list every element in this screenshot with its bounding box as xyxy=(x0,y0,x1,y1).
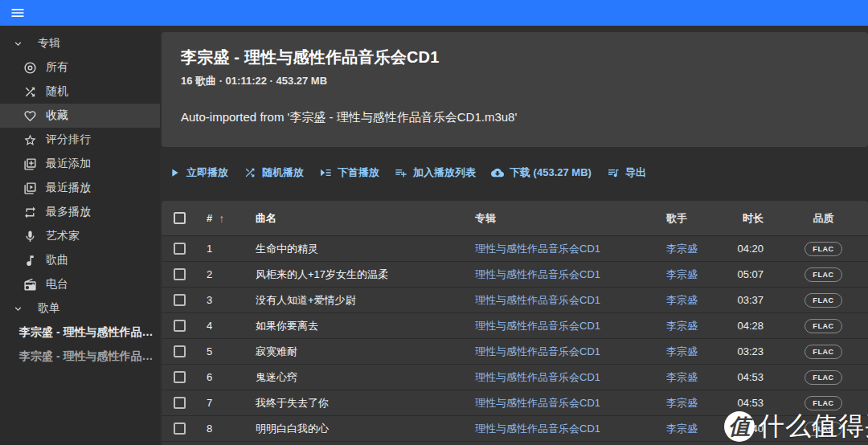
sidebar-item-recently-played[interactable]: 最近播放 xyxy=(0,176,160,200)
track-table-body: 1生命中的精灵理性与感性作品音乐会CD1李宗盛04:20FLAC2风柜来的人+1… xyxy=(162,236,868,442)
row-checkbox[interactable] xyxy=(174,397,186,409)
table-row[interactable]: 8明明白白我的心理性与感性作品音乐会CD1李宗盛04:40FLAC xyxy=(162,416,868,442)
table-row[interactable]: 6鬼迷心窍理性与感性作品音乐会CD1李宗盛04:53FLAC xyxy=(162,365,868,390)
header-quality[interactable]: 品质 xyxy=(779,211,868,226)
sidebar-item-favourites[interactable]: 收藏 xyxy=(0,104,160,128)
sidebar-item-label: 李宗盛 - 理性与感性作品… xyxy=(19,325,153,340)
album-comment: Auto-imported from '李宗盛 - 理性与感性作品音乐会CD1.… xyxy=(181,110,849,125)
artist-link[interactable]: 李宗盛 xyxy=(666,397,698,409)
sidebar-item-label: 随机 xyxy=(46,84,68,99)
play-now-button[interactable]: 立即播放 xyxy=(168,165,228,180)
sidebar-item-songs[interactable]: 歌曲 xyxy=(0,248,160,272)
track-number: 4 xyxy=(197,320,243,332)
table-row[interactable]: 3没有人知道+爱情少尉理性与感性作品音乐会CD1李宗盛03:37FLAC xyxy=(162,288,868,313)
album-actions: 立即播放随机播放下首播放加入播放列表下载 (453.27 MB)导出 xyxy=(168,165,868,181)
album-icon xyxy=(23,61,37,75)
select-all-checkbox[interactable] xyxy=(174,212,186,224)
track-number: 5 xyxy=(197,345,243,357)
playlist-music-icon xyxy=(607,166,620,179)
row-checkbox[interactable] xyxy=(174,243,186,255)
track-title[interactable]: 风柜来的人+17岁女生的温柔 xyxy=(243,267,467,282)
track-title[interactable]: 没有人知道+爱情少尉 xyxy=(243,293,467,308)
library-play-icon xyxy=(23,182,37,195)
track-title[interactable]: 鬼迷心窍 xyxy=(243,370,467,385)
star-icon xyxy=(23,133,37,147)
sidebar-item-top-rated[interactable]: 评分排行 xyxy=(0,128,160,152)
track-duration: 04:28 xyxy=(728,320,779,332)
sidebar-nav: 专辑所有随机收藏评分排行最近添加最近播放最多播放艺术家歌曲电台歌单李宗盛 - 理… xyxy=(0,26,160,445)
row-checkbox[interactable] xyxy=(174,345,186,357)
row-checkbox[interactable] xyxy=(174,294,186,306)
download-button[interactable]: 下载 (453.27 MB) xyxy=(491,165,592,180)
album-link[interactable]: 理性与感性作品音乐会CD1 xyxy=(475,243,600,255)
row-checkbox[interactable] xyxy=(174,371,186,383)
table-row[interactable]: 2风柜来的人+17岁女生的温柔理性与感性作品音乐会CD1李宗盛05:07FLAC xyxy=(162,262,868,288)
track-title[interactable]: 如果你要离去 xyxy=(243,319,467,333)
album-link[interactable]: 理性与感性作品音乐会CD1 xyxy=(475,294,600,306)
sidebar-item-artists[interactable]: 艺术家 xyxy=(0,224,160,248)
header-artist[interactable]: 歌手 xyxy=(660,211,728,226)
album-link[interactable]: 理性与感性作品音乐会CD1 xyxy=(475,423,600,435)
add-to-playlist-button[interactable]: 加入播放列表 xyxy=(395,165,476,180)
row-checkbox-cell xyxy=(162,345,197,357)
album-link[interactable]: 理性与感性作品音乐会CD1 xyxy=(475,345,600,357)
artist-link[interactable]: 李宗盛 xyxy=(666,320,698,332)
artist-link[interactable]: 李宗盛 xyxy=(666,294,698,306)
row-checkbox[interactable] xyxy=(174,320,186,332)
row-checkbox[interactable] xyxy=(174,423,186,435)
album-link[interactable]: 理性与感性作品音乐会CD1 xyxy=(475,371,600,383)
export-button[interactable]: 导出 xyxy=(607,165,646,180)
track-title[interactable]: 生命中的精灵 xyxy=(243,242,467,256)
album-link[interactable]: 理性与感性作品音乐会CD1 xyxy=(475,397,600,409)
artist-link[interactable]: 李宗盛 xyxy=(666,371,698,383)
radio-icon xyxy=(23,278,37,292)
album-link[interactable]: 理性与感性作品音乐会CD1 xyxy=(475,320,600,332)
shuffle-play-button[interactable]: 随机播放 xyxy=(244,165,304,180)
track-duration: 03:23 xyxy=(728,345,779,357)
sidebar-item-playlist-1[interactable]: 李宗盛 - 理性与感性作品… xyxy=(0,320,153,345)
header-duration[interactable]: 时长 xyxy=(728,211,779,226)
artist-link[interactable]: 李宗盛 xyxy=(666,268,698,280)
album-title: 李宗盛 - 理性与感性作品音乐会CD1 xyxy=(181,47,849,68)
sidebar-item-playlist-2[interactable]: 李宗盛 - 理性与感性作品… xyxy=(0,345,153,369)
row-checkbox[interactable] xyxy=(174,268,186,280)
heart-icon xyxy=(23,109,37,123)
track-number: 6 xyxy=(197,371,243,383)
microphone-icon xyxy=(23,230,37,243)
track-number: 3 xyxy=(197,294,243,306)
track-title[interactable]: 我终于失去了你 xyxy=(243,396,467,410)
sidebar-item-recently-added[interactable]: 最近添加 xyxy=(0,152,160,176)
artist-link[interactable]: 李宗盛 xyxy=(666,345,698,357)
row-checkbox-cell xyxy=(162,294,197,306)
sort-ascending-icon: ↑ xyxy=(219,212,224,225)
header-title[interactable]: 曲名 xyxy=(243,211,467,226)
sidebar-item-label: 歌曲 xyxy=(46,253,68,267)
sidebar-item-albums-group[interactable]: 专辑 xyxy=(0,31,160,55)
table-row[interactable]: 5寂寞难耐理性与感性作品音乐会CD1李宗盛03:23FLAC xyxy=(162,339,868,365)
play-next-button[interactable]: 下首播放 xyxy=(319,165,379,180)
track-duration: 04:40 xyxy=(728,423,779,435)
album-stats: 16 歌曲 · 01:11:22 · 453.27 MB xyxy=(181,74,849,88)
artist-link[interactable]: 李宗盛 xyxy=(666,423,698,435)
track-title[interactable]: 寂寞难耐 xyxy=(243,345,467,359)
sidebar-item-most-played[interactable]: 最多播放 xyxy=(0,200,160,224)
track-number: 8 xyxy=(197,423,243,435)
track-title[interactable]: 明明白白我的心 xyxy=(243,422,467,436)
table-row[interactable]: 7我终于失去了你理性与感性作品音乐会CD1李宗盛04:53FLAC xyxy=(162,390,868,416)
header-album[interactable]: 专辑 xyxy=(467,211,660,226)
album-link[interactable]: 理性与感性作品音乐会CD1 xyxy=(475,268,600,280)
sidebar-item-random[interactable]: 随机 xyxy=(0,80,160,104)
artist-link[interactable]: 李宗盛 xyxy=(666,243,698,255)
table-row[interactable]: 4如果你要离去理性与感性作品音乐会CD1李宗盛04:28FLAC xyxy=(162,313,868,339)
header-number[interactable]: # ↑ xyxy=(197,212,243,225)
sidebar-item-radios[interactable]: 电台 xyxy=(0,272,160,296)
chevron-down-icon xyxy=(12,38,24,50)
sidebar-item-all[interactable]: 所有 xyxy=(0,55,160,80)
track-duration: 04:20 xyxy=(728,243,779,255)
table-row[interactable]: 1生命中的精灵理性与感性作品音乐会CD1李宗盛04:20FLAC xyxy=(162,236,868,262)
repeat-icon xyxy=(23,206,37,219)
menu-button[interactable] xyxy=(7,2,28,23)
header-number-label: # xyxy=(207,212,212,224)
track-duration: 04:53 xyxy=(728,397,779,409)
sidebar-item-playlists-group[interactable]: 歌单 xyxy=(0,296,160,320)
